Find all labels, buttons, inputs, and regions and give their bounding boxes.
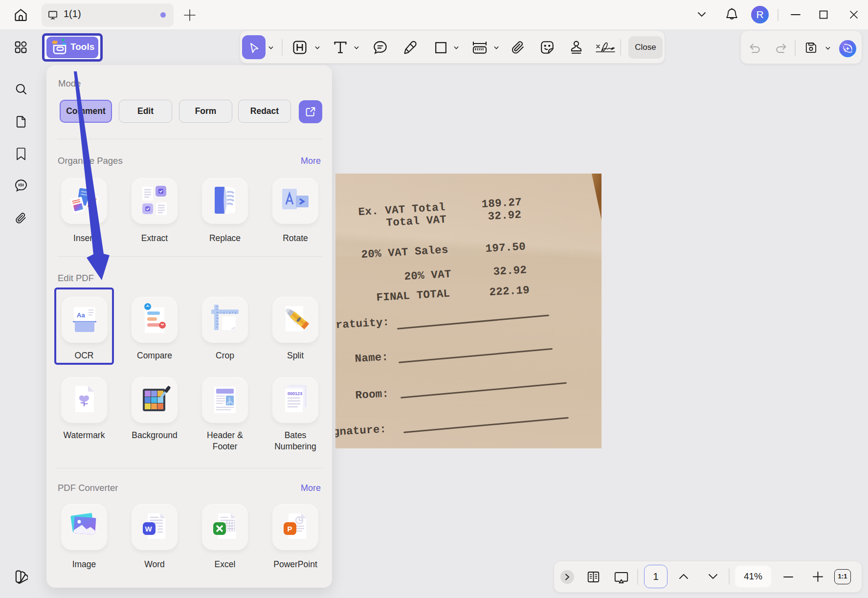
svg-text:Aa: Aa xyxy=(77,311,85,319)
svg-text:W: W xyxy=(145,525,153,533)
svg-text:P: P xyxy=(288,525,292,533)
svg-text:000123: 000123 xyxy=(288,391,302,396)
